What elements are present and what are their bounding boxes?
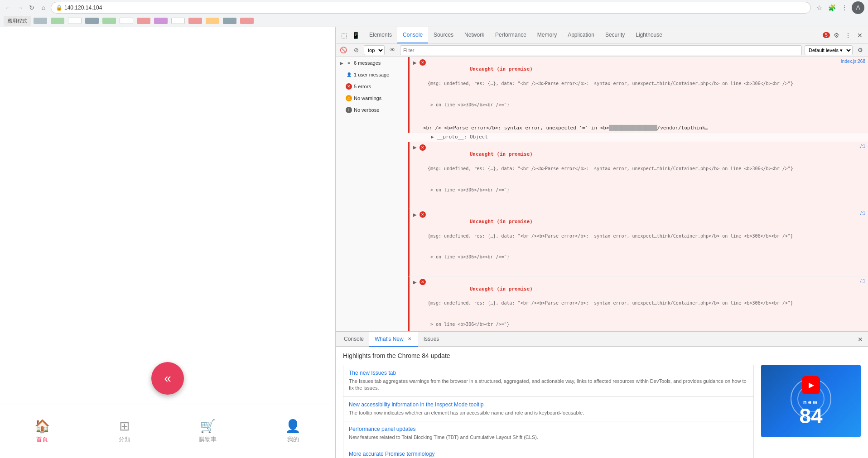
profile-nav-icon: 👤 xyxy=(285,419,301,434)
bottom-tab-console[interactable]: Console xyxy=(338,332,369,347)
feature-item-4[interactable]: More accurate Promise terminology When l… xyxy=(343,446,754,458)
verbose-label: No verbose xyxy=(354,107,379,113)
close-whats-new-tab-icon[interactable]: ✕ xyxy=(406,336,413,342)
refresh-button[interactable]: ↻ xyxy=(27,3,36,12)
entry-4-location[interactable]: /:1 xyxy=(860,278,865,283)
bottom-tab-issues[interactable]: Issues xyxy=(418,332,445,347)
tab-elements[interactable]: Elements xyxy=(364,27,397,43)
tab-sources[interactable]: Sources xyxy=(428,27,459,43)
device-mode-icon[interactable]: 📱 xyxy=(350,30,361,41)
nav-cart[interactable]: 🛒 購物車 xyxy=(199,419,217,444)
tab-memory[interactable]: Memory xyxy=(532,27,562,43)
bookmark-star-icon[interactable]: ☆ xyxy=(814,2,825,13)
back-button[interactable]: ← xyxy=(4,3,13,12)
tab-network[interactable]: Network xyxy=(459,27,490,43)
expand-entry-2-icon[interactable]: ▶ xyxy=(412,145,418,150)
tab-network-label: Network xyxy=(464,32,484,38)
whats-new-items: The new Issues tab The Issues tab aggreg… xyxy=(343,365,861,458)
tab-security-label: Security xyxy=(605,32,625,38)
settings-icon[interactable]: ⚙ xyxy=(831,30,842,41)
close-bottom-panel-button[interactable]: ✕ xyxy=(855,334,865,344)
feature-item-2[interactable]: New accessibility information in the Ins… xyxy=(343,396,754,421)
inspect-element-icon[interactable]: ⬚ xyxy=(338,30,349,41)
profile-avatar[interactable]: A xyxy=(852,1,864,14)
entry-3-text: Uncaught (in promise) {msg: undefined, r… xyxy=(428,211,858,274)
sidebar-errors[interactable]: ✕ 5 errors xyxy=(336,81,408,92)
nav-profile[interactable]: 👤 我的 xyxy=(285,419,301,444)
tab-security[interactable]: Security xyxy=(600,27,630,43)
clear-console-icon[interactable]: 🚫 xyxy=(338,45,348,55)
bookmark-4 xyxy=(85,18,99,24)
levels-select[interactable]: Default levels ▾ xyxy=(805,45,853,55)
console-entry-2[interactable]: ▶ ✕ Uncaught (in promise) {msg: undefine… xyxy=(408,142,868,210)
main-area: « 🏠 首頁 ⊞ 分類 🛒 購物車 👤 我的 xyxy=(0,27,868,458)
settings-console-icon[interactable]: ⚙ xyxy=(855,45,865,55)
home-button[interactable]: ⌂ xyxy=(39,3,48,12)
proto-entry: ▶ __proto__: Object xyxy=(408,133,868,142)
chrome-84-video-thumbnail[interactable]: new 84 xyxy=(761,365,861,437)
feature-3-title: Performance panel updates xyxy=(349,426,748,432)
error-icon-3: ✕ xyxy=(420,211,426,218)
bottom-tab-whats-new[interactable]: What's New ✕ xyxy=(369,332,418,347)
console-entry-1[interactable]: ▶ ✕ Uncaught (in promise) {msg: undefine… xyxy=(408,57,868,133)
filter-toggle-icon[interactable]: ⊘ xyxy=(351,45,361,55)
feature-item-3[interactable]: Performance panel updates New features r… xyxy=(343,421,754,445)
sidebar-user-messages[interactable]: 👤 1 user message xyxy=(336,69,408,81)
entry-3-location[interactable]: /:1 xyxy=(860,211,865,216)
menu-icon[interactable]: ⋮ xyxy=(839,2,850,13)
context-select[interactable]: top xyxy=(364,45,385,55)
forward-button[interactable]: → xyxy=(15,3,24,12)
bookmark-5 xyxy=(102,18,116,24)
sidebar-verbose[interactable]: i No verbose xyxy=(336,104,408,116)
webpage-content-area xyxy=(0,27,335,404)
feature-4-title: More accurate Promise terminology xyxy=(349,451,748,457)
whats-new-content: Highlights from the Chrome 84 update The… xyxy=(336,347,868,458)
tab-console-label: Console xyxy=(403,32,423,38)
extension-icon[interactable]: 🧩 xyxy=(826,2,837,13)
expand-entry-1-icon[interactable]: ▶ xyxy=(412,60,418,65)
console-entry-3-header[interactable]: ▶ ✕ Uncaught (in promise) {msg: undefine… xyxy=(410,209,868,276)
tab-console[interactable]: Console xyxy=(397,27,428,43)
bookmark-3 xyxy=(68,18,82,24)
sidebar-all-messages[interactable]: ▶ ≡ 6 messages xyxy=(336,57,408,69)
tab-memory-label: Memory xyxy=(537,32,557,38)
devtools-right-icons: 5 ⚙ ⋮ ✕ xyxy=(823,30,865,41)
bookmark-11 xyxy=(206,18,219,24)
video-number: 84 xyxy=(799,406,822,426)
expand-entry-4-icon[interactable]: ▶ xyxy=(412,279,418,285)
category-nav-icon: ⊞ xyxy=(119,419,130,434)
feature-2-desc: The tooltip now indicates whether an ele… xyxy=(349,410,748,416)
error-icon-4: ✕ xyxy=(420,279,426,285)
warnings-label: No warnings xyxy=(354,95,381,101)
entry-1-sub: <br /> <b>Parse error</b>: syntax error,… xyxy=(410,124,868,133)
bookmark-app[interactable]: 應用程式 xyxy=(4,16,31,26)
nav-home[interactable]: 🏠 首頁 xyxy=(34,419,50,444)
tab-application[interactable]: Application xyxy=(562,27,600,43)
console-entry-4[interactable]: ▶ ✕ Uncaught (in promise) {msg: undefine… xyxy=(408,277,868,331)
feature-item-1[interactable]: The new Issues tab The Issues tab aggreg… xyxy=(343,365,754,396)
sidebar-warnings[interactable]: ⚠ No warnings xyxy=(336,92,408,104)
console-entry-2-header[interactable]: ▶ ✕ Uncaught (in promise) {msg: undefine… xyxy=(410,142,868,209)
entry-1-location[interactable]: index.js:268 xyxy=(841,59,865,64)
console-entry-3[interactable]: ▶ ✕ Uncaught (in promise) {msg: undefine… xyxy=(408,209,868,277)
fab-button[interactable]: « xyxy=(151,362,184,395)
expand-entry-3-icon[interactable]: ▶ xyxy=(412,212,418,217)
entry-2-location[interactable]: /:1 xyxy=(860,144,865,149)
devtools-tab-list: Elements Console Sources Network Perform… xyxy=(364,27,668,43)
entry-4-text: Uncaught (in promise) {msg: undefined, r… xyxy=(428,278,858,331)
more-options-icon[interactable]: ⋮ xyxy=(843,30,854,41)
console-entry-1-header[interactable]: ▶ ✕ Uncaught (in promise) {msg: undefine… xyxy=(410,57,868,124)
address-bar[interactable]: 🔒 140.120.14.104 xyxy=(51,2,811,14)
tab-lighthouse[interactable]: Lighthouse xyxy=(630,27,668,43)
devtools-body: ▶ ≡ 6 messages 👤 1 user message ✕ 5 erro… xyxy=(336,57,868,331)
filter-input[interactable] xyxy=(400,45,802,55)
browser-chrome: ← → ↻ ⌂ 🔒 140.120.14.104 ☆ 🧩 ⋮ A 應用程式 xyxy=(0,0,868,27)
eye-icon[interactable]: 👁 xyxy=(387,45,397,55)
feature-2-title: New accessibility information in the Ins… xyxy=(349,401,748,408)
video-play-button[interactable] xyxy=(802,376,820,394)
close-devtools-icon[interactable]: ✕ xyxy=(854,30,865,41)
tab-performance[interactable]: Performance xyxy=(490,27,532,43)
console-entry-4-header[interactable]: ▶ ✕ Uncaught (in promise) {msg: undefine… xyxy=(410,277,868,331)
bookmark-10 xyxy=(188,18,202,24)
nav-category[interactable]: ⊞ 分類 xyxy=(119,419,130,444)
